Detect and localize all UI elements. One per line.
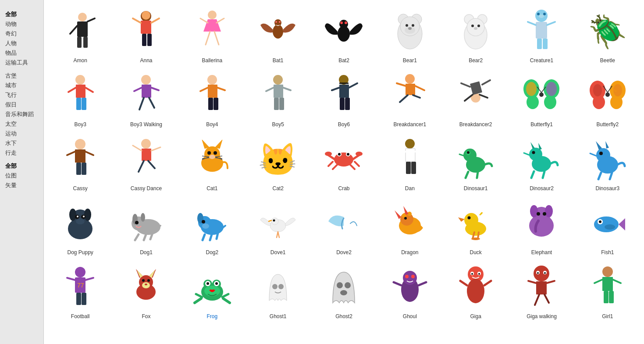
svg-rect-68: [213, 98, 218, 110]
sidebar-item-all-type[interactable]: 全部: [4, 161, 40, 171]
character-name: Duck: [470, 249, 481, 255]
character-cell-dinosaur1[interactable]: Dinosaur1: [444, 132, 508, 195]
character-cell-cassy-dance[interactable]: Cassy Dance: [114, 132, 178, 195]
svg-rect-11: [142, 34, 146, 46]
character-image: [54, 7, 107, 56]
svg-point-145: [405, 139, 415, 149]
character-name: Butterfly2: [596, 121, 619, 128]
character-cell-anna[interactable]: Anna: [114, 4, 178, 67]
character-cell-bat1[interactable]: Bat1: [246, 4, 310, 67]
character-cell-boy4[interactable]: Boy4: [180, 68, 244, 131]
sidebar-item-space[interactable]: 太空: [4, 119, 40, 129]
character-image: 🪲: [581, 7, 634, 56]
character-cell-crab[interactable]: Crab: [312, 132, 376, 195]
character-cell-ghost1[interactable]: Ghost1: [246, 260, 310, 323]
svg-point-102: [546, 82, 557, 96]
sidebar-item-transport[interactable]: 运输工具: [4, 58, 40, 67]
sidebar-item-fantasy[interactable]: 奇幻: [4, 29, 40, 39]
character-cell-dove1[interactable]: Dove1: [246, 196, 310, 259]
sidebar-item-music-dance[interactable]: 音乐和舞蹈: [4, 110, 40, 119]
character-cell-bat2[interactable]: Bat2: [312, 4, 376, 67]
character-cell-fish1[interactable]: Fish1: [576, 196, 640, 259]
sidebar-item-bitmap[interactable]: 位图: [4, 171, 40, 181]
svg-line-91: [482, 80, 490, 85]
svg-rect-55: [76, 98, 81, 110]
character-cell-dragon[interactable]: Dragon: [378, 196, 442, 259]
character-cell-giga[interactable]: Giga: [444, 260, 508, 323]
sidebar-item-all-cat[interactable]: 全部: [4, 10, 40, 19]
svg-line-9: [133, 18, 141, 23]
character-cell-frog[interactable]: Frog: [180, 260, 244, 323]
svg-point-249: [278, 284, 284, 289]
character-name: Beetle: [600, 57, 615, 64]
character-cell-bear1[interactable]: Bear1: [378, 4, 442, 67]
svg-point-130: [213, 151, 217, 155]
svg-rect-282: [609, 291, 614, 303]
svg-line-124: [148, 161, 155, 168]
character-cell-dog-puppy[interactable]: Dog Puppy: [48, 196, 112, 259]
character-cell-fox[interactable]: Fox: [114, 260, 178, 323]
character-cell-ballerina[interactable]: Ballerina: [180, 4, 244, 67]
character-image: [317, 199, 370, 248]
character-image: [54, 199, 107, 248]
svg-point-271: [544, 272, 546, 274]
character-name: Bat1: [273, 57, 284, 64]
svg-line-65: [200, 88, 208, 91]
sidebar-item-vector[interactable]: 矢量: [4, 181, 40, 190]
character-cell-dog2[interactable]: Dog2: [180, 196, 244, 259]
character-cell-duck[interactable]: Duck: [444, 196, 508, 259]
character-cell-ghoul[interactable]: Ghoul: [378, 260, 442, 323]
character-cell-cat1[interactable]: Cat1: [180, 132, 244, 195]
character-cell-dan[interactable]: Dan: [378, 132, 442, 195]
character-cell-dinosaur2[interactable]: Dinosaur2: [509, 132, 573, 195]
sidebar-item-city[interactable]: 城市: [4, 81, 40, 90]
character-cell-dove2[interactable]: Dove2: [312, 196, 376, 259]
character-cell-creature1[interactable]: Creature1: [509, 4, 573, 67]
svg-line-221: [67, 278, 75, 280]
character-image: [515, 7, 568, 56]
character-cell-breakdancer1[interactable]: Breakdancer1: [378, 68, 442, 131]
sidebar-item-underwater[interactable]: 水下: [4, 138, 40, 148]
svg-point-195: [271, 218, 278, 225]
svg-text:77: 77: [77, 282, 84, 289]
character-cell-boy6[interactable]: Boy6: [312, 68, 376, 131]
svg-point-203: [404, 217, 407, 220]
character-cell-boy5[interactable]: Boy5: [246, 68, 310, 131]
character-name: Dinosaur1: [464, 185, 488, 192]
svg-point-49: [543, 13, 546, 15]
character-cell-football[interactable]: 77Football: [48, 260, 112, 323]
svg-line-276: [544, 294, 549, 303]
character-cell-butterfly2[interactable]: ∿∿Butterfly2: [576, 68, 640, 131]
character-cell-boy3[interactable]: Boy3: [48, 68, 112, 131]
sidebar-item-walking[interactable]: 行走: [4, 148, 40, 158]
character-cell-giga-walking[interactable]: Giga walking: [509, 260, 573, 323]
character-cell-breakdancer2[interactable]: Breakdancer2: [444, 68, 508, 131]
character-image: [515, 71, 568, 120]
sidebar-item-animals[interactable]: 动物: [4, 19, 40, 29]
character-cell-amon[interactable]: Amon: [48, 4, 112, 67]
character-cell-cat2[interactable]: 🐱Cat2: [246, 132, 310, 195]
sidebar-item-people[interactable]: 人物: [4, 39, 40, 48]
character-cell-girl1[interactable]: Girl1: [576, 260, 640, 323]
svg-rect-150: [411, 162, 416, 174]
svg-point-41: [474, 27, 477, 30]
sidebar-item-sports[interactable]: 运动: [4, 129, 40, 138]
character-name: Ghost2: [335, 313, 352, 319]
character-cell-dog1[interactable]: Dog1: [114, 196, 178, 259]
character-cell-beetle[interactable]: 🪲Beetle: [576, 4, 640, 67]
character-cell-elephant[interactable]: Elephant: [509, 196, 573, 259]
character-cell-ghost2[interactable]: Ghost2: [312, 260, 376, 323]
sidebar-item-objects[interactable]: 物品: [4, 48, 40, 58]
sidebar-item-flight[interactable]: 飞行: [4, 90, 40, 100]
sidebar-item-holiday[interactable]: 假日: [4, 100, 40, 110]
character-cell-cassy[interactable]: Cassy: [48, 132, 112, 195]
character-cell-boy3-walking[interactable]: Boy3 Walking: [114, 68, 178, 131]
character-image: [317, 135, 370, 184]
character-cell-bear2[interactable]: Bear2: [444, 4, 508, 67]
svg-point-169: [69, 209, 76, 221]
svg-rect-120: [142, 149, 151, 161]
sidebar-item-castle[interactable]: 古堡: [4, 71, 40, 81]
character-cell-dinosaur3[interactable]: Dinosaur3: [576, 132, 640, 195]
character-cell-butterfly1[interactable]: Butterfly1: [509, 68, 573, 131]
svg-line-62: [149, 98, 154, 108]
